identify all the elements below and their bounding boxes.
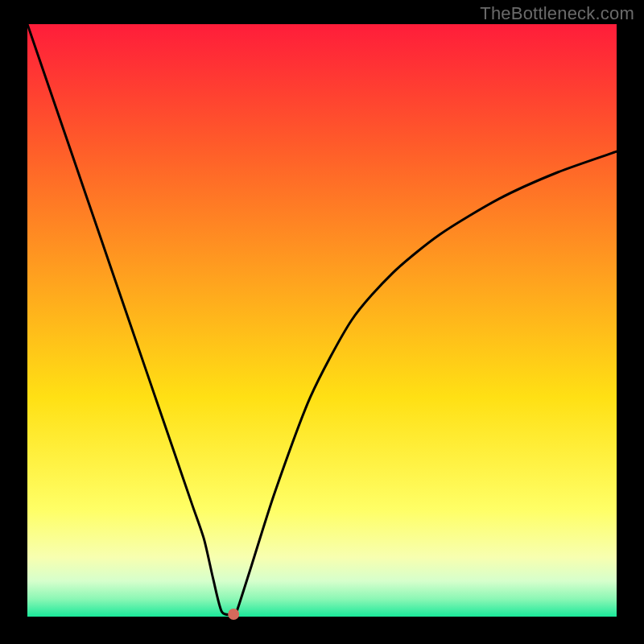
watermark-text: TheBottleneck.com [480, 3, 634, 24]
optimal-point-marker [228, 609, 239, 620]
chart-svg [0, 0, 644, 644]
chart-container: TheBottleneck.com [0, 0, 644, 644]
plot-background [27, 24, 617, 617]
